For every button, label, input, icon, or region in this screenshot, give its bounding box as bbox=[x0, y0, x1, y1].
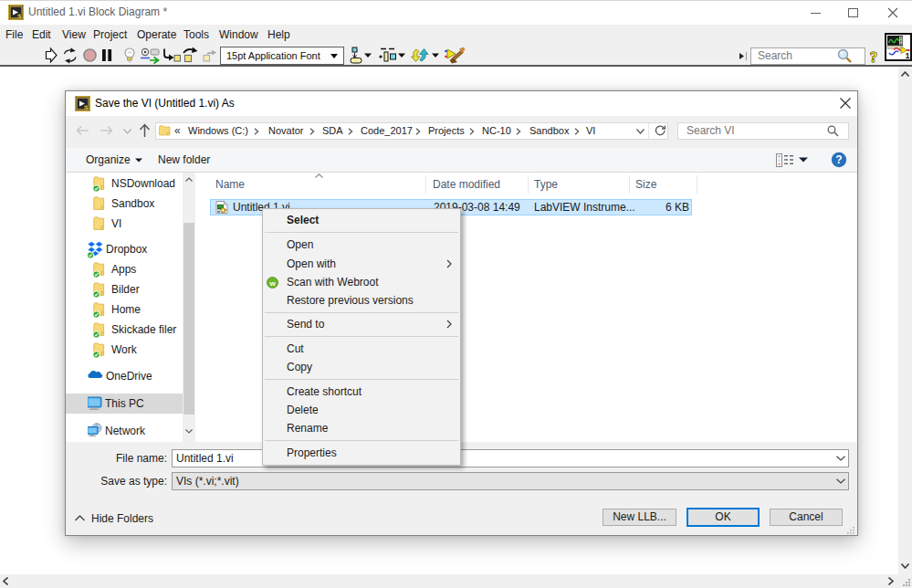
svg-text:w: w bbox=[268, 279, 276, 288]
svg-text:15pt Application Font: 15pt Application Font bbox=[226, 50, 320, 61]
svg-text:1: 1 bbox=[906, 51, 910, 60]
svg-text:14: 14 bbox=[17, 14, 23, 18]
svg-text:14: 14 bbox=[84, 105, 89, 110]
svg-text:?: ? bbox=[835, 153, 842, 166]
svg-text:?: ? bbox=[870, 48, 878, 66]
